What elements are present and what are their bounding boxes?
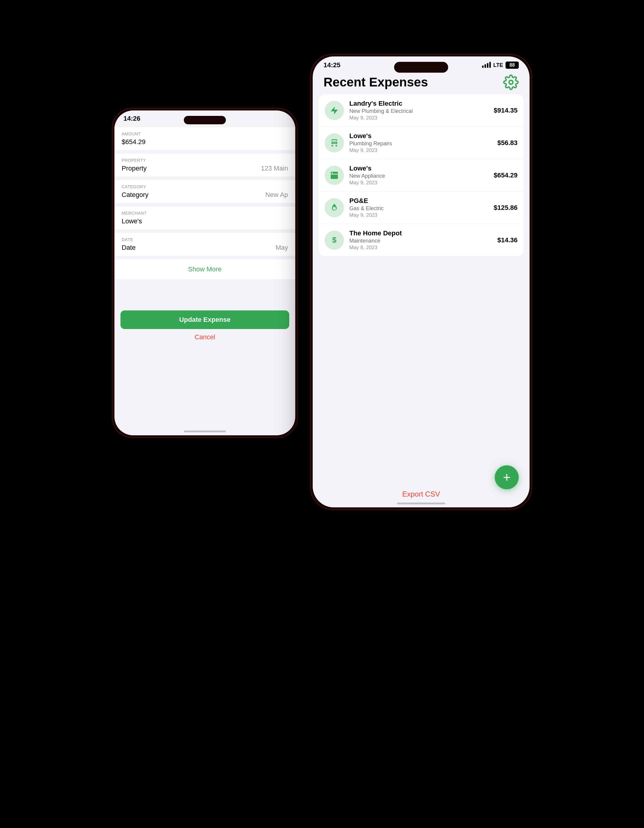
form-content: AMOUNT $654.29 PROPERTY Property 123 Mai… [115,124,295,307]
expense-date-3: May 9, 2023 [349,212,493,218]
battery-indicator: 88 [506,61,519,69]
expense-category-1: Plumbing Repairs [349,141,498,147]
expense-icon-appliance [325,166,344,185]
date-value-right: May [275,244,288,252]
expense-row-3[interactable]: PG&E Gas & Electric May 9, 2023 $125.86 [319,191,523,224]
expense-icon-electric [325,101,344,120]
signal-bar-1 [482,66,484,68]
amount-value: $654.29 [122,138,146,146]
settings-gear-icon[interactable] [503,74,519,90]
merchant-label: MERCHANT [122,211,288,216]
expense-info-2: Lowe's New Appliance May 9, 2023 [349,165,493,186]
expense-date-2: May 9, 2023 [349,180,493,186]
expense-name-2: Lowe's [349,165,493,172]
category-value-right: New Ap [265,191,288,199]
expense-amount-0: $914.35 [493,107,518,114]
expense-icon-plumbing [325,133,344,152]
add-expense-fab[interactable]: + [495,465,519,489]
expense-row-2[interactable]: Lowe's New Appliance May 9, 2023 $654.29 [319,159,523,191]
expense-date-4: May 8, 2023 [349,245,498,251]
lte-label: LTE [493,62,503,69]
amount-section: AMOUNT $654.29 [115,127,295,150]
expense-category-3: Gas & Electric [349,205,493,212]
add-icon: + [503,470,510,485]
update-expense-button[interactable]: Update Expense [121,310,289,329]
status-right: LTE 88 [482,61,519,69]
expense-row-4[interactable]: $ The Home Depot Maintenance May 8, 2023… [319,224,523,256]
expense-category-0: New Plumbing & Electrical [349,108,493,114]
expense-info-4: The Home Depot Maintenance May 8, 2023 [349,229,498,251]
expense-date-0: May 9, 2023 [349,115,493,121]
signal-bars-icon [482,63,491,68]
cancel-button[interactable]: Cancel [115,333,295,341]
expense-name-1: Lowe's [349,132,498,140]
signal-bar-4 [489,62,491,68]
expense-amount-4: $14.36 [498,236,518,244]
front-phone-footer: Export CSV [313,490,529,499]
expense-icon-maintenance: $ [325,231,344,250]
expense-category-4: Maintenance [349,238,498,244]
expense-amount-3: $125.86 [493,204,518,212]
page-title: Recent Expenses [324,75,428,89]
category-label: CATEGORY [122,184,288,189]
front-phone: 14:25 LTE 88 Recent Expenses [310,54,532,510]
show-more-button[interactable]: Show More [122,265,288,273]
expense-amount-2: $654.29 [493,171,518,179]
expense-name-4: The Home Depot [349,229,498,237]
amount-label: AMOUNT [122,132,288,136]
expense-row-1[interactable]: Lowe's Plumbing Repairs May 9, 2023 $56.… [319,127,523,159]
date-label: DATE [122,237,288,242]
property-section: PROPERTY Property 123 Main [115,154,295,177]
property-value-right: 123 Main [261,165,288,172]
svg-point-0 [509,80,513,85]
property-label: PROPERTY [122,158,288,163]
front-phone-time: 14:25 [324,61,340,69]
front-phone-header: Recent Expenses [313,71,529,94]
expense-name-0: Landry's Electric [349,100,493,107]
home-indicator-back [184,431,226,432]
category-section: CATEGORY Category New Ap [115,180,295,203]
merchant-value: Lowe's [122,217,142,225]
expense-amount-1: $56.83 [498,139,518,147]
expense-info-0: Landry's Electric New Plumbing & Electri… [349,100,493,121]
back-phone-time: 14:26 [124,114,140,122]
expense-row-0[interactable]: Landry's Electric New Plumbing & Electri… [319,94,523,127]
expense-info-1: Lowe's Plumbing Repairs May 9, 2023 [349,132,498,154]
signal-bar-3 [487,63,488,68]
date-value: Date [122,244,135,252]
expense-name-3: PG&E [349,197,493,205]
expense-info-3: PG&E Gas & Electric May 9, 2023 [349,197,493,218]
signal-bar-2 [484,64,486,68]
expenses-list: Landry's Electric New Plumbing & Electri… [319,94,523,256]
expense-category-2: New Appliance [349,173,493,179]
back-phone-notch [184,116,226,124]
property-value: Property [122,165,146,172]
merchant-section: MERCHANT Lowe's [115,207,295,229]
date-section: DATE Date May [115,233,295,256]
export-csv-button[interactable]: Export CSV [324,490,519,499]
back-phone: 14:26 AMOUNT $654.29 PROPERTY Property [112,108,298,438]
svg-point-3 [331,172,333,174]
category-value: Category [122,191,148,199]
front-phone-notch [394,62,448,73]
show-more-section[interactable]: Show More [115,259,295,279]
expense-date-1: May 9, 2023 [349,147,498,154]
home-indicator-front [397,503,445,504]
expense-icon-gas [325,198,344,217]
